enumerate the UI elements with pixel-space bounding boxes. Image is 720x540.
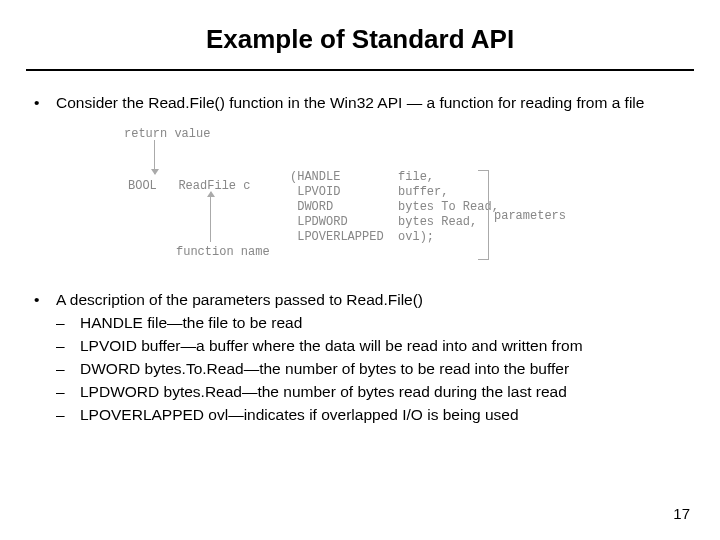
bullet-marker: • — [34, 93, 56, 114]
param-open: (HANDLE — [290, 170, 340, 184]
sub-bullets: – HANDLE file—the file to be read – LPVO… — [56, 311, 686, 426]
param-row: LPVOID buffer, — [290, 185, 499, 200]
param-block: (HANDLE file, LPVOID buffer, DWORD bytes… — [290, 170, 499, 245]
sub-bullet: – LPOVERLAPPED ovl—indicates if overlapp… — [56, 405, 686, 426]
param-name: buffer, — [398, 185, 448, 199]
label-return-value: return value — [124, 126, 210, 142]
sub-text: DWORD bytes.To.Read—the number of bytes … — [80, 359, 686, 380]
label-parameters: parameters — [494, 208, 566, 224]
param-name: file, — [398, 170, 434, 184]
param-name: ovl); — [398, 230, 434, 244]
param-row: (HANDLE file, — [290, 170, 499, 185]
param-row: LPDWORD bytes Read, — [290, 215, 499, 230]
sub-text: LPVOID buffer—a buffer where the data wi… — [80, 336, 686, 357]
page-number: 17 — [673, 505, 690, 522]
sub-marker: – — [56, 405, 80, 426]
sub-bullet: – DWORD bytes.To.Read—the number of byte… — [56, 359, 686, 380]
api-diagram: return value BOOL ReadFile c (HANDLE fil… — [78, 126, 598, 266]
label-function-name: function name — [176, 244, 270, 260]
param-type: LPOVERLAPPED — [297, 230, 383, 244]
param-type: DWORD — [297, 200, 333, 214]
bullet-intro: • Consider the Read.File() function in t… — [34, 93, 686, 114]
arrow-up-icon — [210, 192, 211, 242]
sub-marker: – — [56, 336, 80, 357]
bracket-icon — [478, 170, 489, 260]
sig-bool: BOOL — [128, 179, 157, 193]
param-row: DWORD bytes To Read, — [290, 200, 499, 215]
sub-bullet: – LPVOID buffer—a buffer where the data … — [56, 336, 686, 357]
bullet-desc: • A description of the parameters passed… — [34, 290, 686, 428]
sub-marker: – — [56, 313, 80, 334]
bullet-desc-wrap: A description of the parameters passed t… — [56, 290, 686, 428]
param-row: LPOVERLAPPED ovl); — [290, 230, 499, 245]
bullet-text: A description of the parameters passed t… — [56, 290, 686, 311]
slide-body: • Consider the Read.File() function in t… — [0, 71, 720, 427]
slide: Example of Standard API • Consider the R… — [0, 0, 720, 540]
arrow-down-icon — [154, 140, 155, 174]
param-type: LPDWORD — [297, 215, 347, 229]
sub-text: HANDLE file—the file to be read — [80, 313, 686, 334]
sub-marker: – — [56, 359, 80, 380]
sub-bullet: – LPDWORD bytes.Read—the number of bytes… — [56, 382, 686, 403]
signature-line: BOOL ReadFile c — [128, 178, 250, 194]
param-name: bytes Read, — [398, 215, 477, 229]
sub-text: LPDWORD bytes.Read—the number of bytes r… — [80, 382, 686, 403]
slide-title: Example of Standard API — [0, 0, 720, 69]
bullet-text: Consider the Read.File() function in the… — [56, 93, 686, 114]
sub-bullet: – HANDLE file—the file to be read — [56, 313, 686, 334]
param-type: LPVOID — [297, 185, 340, 199]
sub-marker: – — [56, 382, 80, 403]
sub-text: LPOVERLAPPED ovl—indicates if overlapped… — [80, 405, 686, 426]
bullet-marker: • — [34, 290, 56, 428]
